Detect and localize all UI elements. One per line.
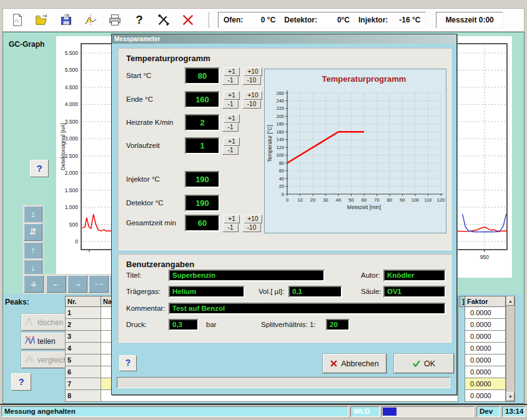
peak-row-number: 3 (65, 331, 101, 343)
titel-field[interactable]: Superbenzin (169, 270, 325, 281)
druck-unit-label: bar (206, 319, 217, 330)
faktor-cell[interactable]: 0.0000 (465, 378, 506, 390)
peak-row-number: 1 (65, 307, 101, 319)
save-file-icon[interactable] (58, 12, 74, 28)
faktor-cell[interactable]: 0.0000 (465, 390, 506, 402)
spin-minus10-start-button[interactable]: -10 (242, 76, 261, 85)
heizrate-field[interactable]: 2 (185, 114, 220, 131)
faktor-scrollbar[interactable]: ▲ ▼ (506, 296, 515, 402)
druck-field[interactable]: 0,3 (169, 319, 199, 331)
faktor-cell[interactable]: 0.0000 (465, 366, 506, 378)
autor-field[interactable]: Knödler (383, 270, 446, 281)
spin-minus1-heizrate-button[interactable]: -1 (222, 123, 239, 132)
zoom-compress-horizontal-button[interactable]: →← (89, 275, 109, 293)
peak-row-number: 5 (65, 354, 101, 366)
svg-text:2.500: 2.500 (65, 153, 79, 159)
spin-plus1-start-button[interactable]: +1 (224, 67, 240, 76)
faktor-cell[interactable]: 0.0000 (465, 307, 506, 319)
spin-plus1-gesamtzeit-button[interactable]: +1 (224, 215, 240, 223)
spin-plus10-start-button[interactable]: +10 (244, 67, 262, 76)
svg-text:40: 40 (279, 176, 284, 182)
pan-left-button[interactable]: ← (46, 275, 66, 293)
spin-minus1-gesamtzeit-button[interactable]: -1 (222, 223, 239, 232)
svg-text:Detektorsignal [nA]: Detektorsignal [nA] (60, 123, 66, 170)
ende-field[interactable]: 160 (185, 91, 220, 108)
show-peak-icon[interactable] (82, 12, 99, 28)
temp-program-chart: 0102030405060708090100110120020406080100… (265, 69, 446, 232)
faktor-cell[interactable]: 0.0000 (465, 319, 506, 331)
cancel-x-icon (330, 360, 337, 367)
spin-minus1-ende-button[interactable]: -1 (222, 100, 239, 109)
injektor-label: Injektor °C (126, 171, 160, 187)
druck-label: Druck: (126, 319, 147, 330)
start-field[interactable]: 80 (185, 67, 220, 84)
faktor-cell[interactable]: 0.0000 (465, 331, 506, 343)
svg-text:140: 140 (276, 137, 284, 142)
ok-button[interactable]: OK (394, 354, 454, 373)
pan-down-button[interactable]: ↓ (24, 260, 42, 277)
pan-right-button[interactable]: → (67, 275, 87, 293)
spin-minus10-ende-button[interactable]: -10 (242, 100, 261, 109)
new-chromatogram-icon[interactable] (9, 12, 26, 28)
cancel-button-label: Abbrechen (341, 359, 378, 368)
split-field[interactable]: 20 (326, 319, 350, 331)
spin-plus1-heizrate-button[interactable]: +1 (224, 114, 240, 123)
vol-field[interactable]: 0,1 (288, 286, 342, 298)
svg-text:0: 0 (286, 197, 288, 203)
faktor-column-header[interactable]: Faktor (465, 296, 506, 307)
temperaturprogramm-group: Temperaturprogramm Start °C80+1-1+10-10E… (118, 48, 451, 250)
window-bottom-strip (0, 417, 527, 420)
svg-text:220: 220 (276, 105, 284, 111)
delete-peak-icon (24, 317, 36, 328)
dialog-title: Messparameter (114, 36, 160, 42)
scroll-down-icon[interactable]: ▼ (506, 392, 515, 401)
svg-text:1.500: 1.500 (65, 187, 79, 193)
abort-icon[interactable] (180, 12, 196, 28)
cancel-button[interactable]: Abbrechen (323, 354, 387, 373)
dialog-titlebar[interactable]: Messparameter (112, 34, 456, 44)
scroll-up-icon[interactable]: ▲ (506, 296, 515, 306)
spin-minus10-gesamtzeit-button[interactable]: -10 (242, 223, 261, 232)
svg-text:0: 0 (282, 192, 284, 197)
spin-plus1-vorlaufzeit-button[interactable]: +1 (224, 137, 240, 146)
injektor-field[interactable]: 190 (185, 171, 220, 188)
peaks-help-button[interactable]: ? (11, 373, 31, 391)
pan-up-button[interactable]: ↑ (24, 242, 42, 260)
messparameter-dialog: Messparameter Temperaturprogramm Start °… (111, 34, 457, 395)
pan-move-button[interactable]: ↔ ↕ (24, 275, 44, 293)
gc-help-button[interactable]: ? (30, 160, 49, 177)
arrow-up-icon: ↑ (31, 245, 36, 255)
print-icon[interactable] (107, 12, 123, 28)
dialog-help-button[interactable]: ? (119, 355, 137, 371)
spin-plus1-ende-button[interactable]: +1 (224, 91, 240, 100)
svg-text:120: 120 (437, 197, 445, 203)
spin-minus1-start-button[interactable]: -1 (222, 76, 239, 85)
zoom-expand-vertical-button[interactable]: ↕ (24, 206, 42, 223)
kommentar-field[interactable]: Test auf Benzol (169, 303, 446, 315)
gesamtzeit-field[interactable]: 60 (185, 215, 220, 232)
svg-text:80: 80 (279, 160, 284, 166)
wld-status-badge[interactable]: WLD off (350, 406, 380, 417)
peaks-col-nr-header[interactable]: Nr. (65, 296, 101, 307)
peaks-label: Peaks: (5, 298, 29, 306)
progress-block (383, 408, 396, 416)
help-icon[interactable]: ? (131, 12, 147, 28)
svg-text:120: 120 (276, 145, 284, 150)
spin-plus10-ende-button[interactable]: +10 (244, 91, 262, 100)
spin-minus1-vorlaufzeit-button[interactable]: -1 (222, 146, 239, 155)
detektor-field[interactable]: 190 (185, 195, 220, 212)
zoom-compress-vertical-button[interactable]: ⇵ (24, 223, 42, 241)
svg-text:500: 500 (69, 222, 78, 228)
settings-icon[interactable] (155, 12, 172, 28)
faktor-cell[interactable]: 0.0000 (465, 354, 506, 366)
svg-text:950: 950 (480, 254, 489, 260)
open-file-icon[interactable] (34, 12, 50, 28)
spin-plus10-gesamtzeit-button[interactable]: +10 (244, 215, 262, 223)
saeule-field[interactable]: OV1 (383, 286, 446, 298)
traegergas-field[interactable]: Helium (169, 286, 245, 298)
user-group-heading: Benutzerangaben (126, 260, 194, 269)
vorlaufzeit-field[interactable]: 1 (185, 137, 220, 154)
faktor-cell[interactable]: 0.0000 (465, 343, 506, 354)
arrow-down-icon: ↓ (31, 263, 36, 273)
ofen-value: 0 °C (249, 16, 275, 24)
